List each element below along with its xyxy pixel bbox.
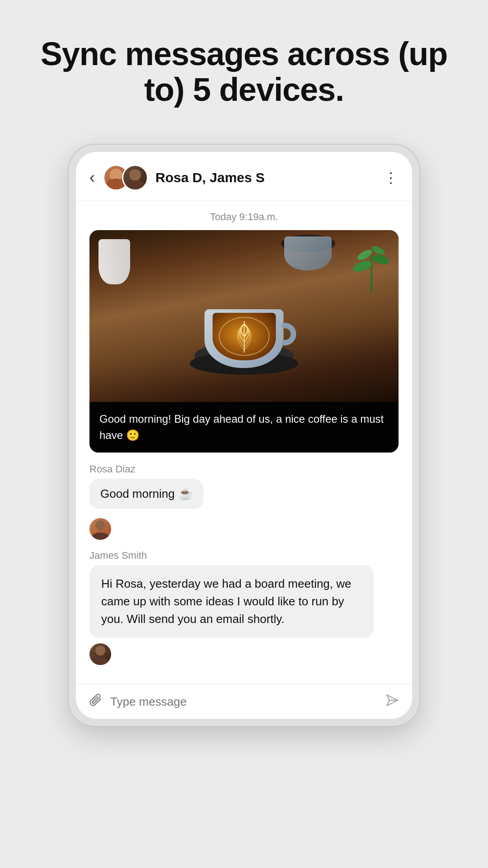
- avatar-group: [103, 165, 148, 191]
- james-avatar-small: [89, 643, 111, 665]
- chat-title: Rosa D, James S: [155, 170, 384, 185]
- send-button[interactable]: [385, 693, 399, 711]
- messages-area: Today 9:19a.m.: [76, 201, 412, 684]
- phone-screen: ‹ Rosa D, James S ⋮ Today 9:19a.m.: [76, 152, 412, 719]
- page-headline: Sync messages across (up to) 5 devices.: [27, 36, 461, 108]
- image-message-bubble: Good morning! Big day ahead of us, a nic…: [89, 230, 399, 453]
- coffee-image: [89, 230, 399, 402]
- svg-point-1: [353, 259, 373, 274]
- latte-art-svg: [212, 313, 276, 360]
- back-button[interactable]: ‹: [89, 170, 95, 186]
- avatar-james: [122, 165, 148, 191]
- james-message-block: James Smith Hi Rosa, yesterday we had a …: [89, 550, 399, 638]
- attach-icon[interactable]: [89, 693, 103, 711]
- timestamp: Today 9:19a.m.: [89, 201, 399, 230]
- phone-shell: ‹ Rosa D, James S ⋮ Today 9:19a.m.: [68, 144, 420, 727]
- rosa-message-block: Rosa Diaz Good morning ☕: [89, 463, 399, 518]
- svg-point-4: [371, 245, 386, 256]
- plant-decoration: [353, 239, 389, 293]
- more-options-button[interactable]: ⋮: [384, 170, 399, 185]
- james-sender-name: James Smith: [89, 550, 399, 561]
- chat-header: ‹ Rosa D, James S ⋮: [76, 152, 412, 201]
- svg-point-2: [371, 254, 389, 266]
- image-caption: Good morning! Big day ahead of us, a nic…: [89, 402, 399, 453]
- rosa-sender-name: Rosa Diaz: [89, 463, 399, 475]
- message-input-bar: [76, 684, 412, 719]
- rosa-avatar-small: [89, 518, 111, 540]
- message-input[interactable]: [110, 695, 378, 709]
- rosa-message-bubble: Good morning ☕: [89, 479, 203, 509]
- james-message-bubble: Hi Rosa, yesterday we had a board meetin…: [89, 565, 374, 638]
